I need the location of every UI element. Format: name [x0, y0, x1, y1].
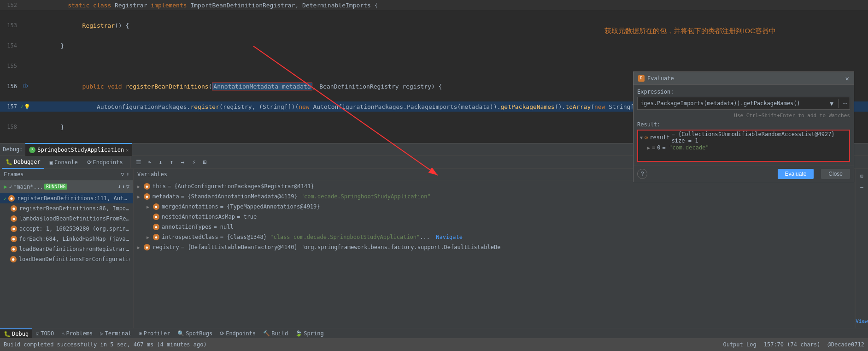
evaluate-body: Expression: iges.PackageImports(metadata…: [633, 85, 854, 166]
frame-item-0[interactable]: ✓ ● registerBeanDefinitions:111, AutoCon…: [0, 193, 133, 203]
frame-icon-2: ●: [11, 215, 17, 222]
var-icon-nested: ●: [153, 214, 159, 220]
code-line-154[interactable]: 154 }: [0, 41, 868, 51]
debug-label: Debug:: [3, 146, 23, 153]
profiler-tool-tab[interactable]: ⊙ Profiler: [135, 328, 174, 338]
output-log-link[interactable]: Output Log: [723, 341, 756, 348]
copy-frames-btn[interactable]: ⬇: [126, 171, 129, 178]
frames-toolbar: ▽ ⬇: [121, 171, 129, 178]
profiler-icon: ⊙: [139, 330, 142, 337]
var-registry[interactable]: ▶ ● registry = {DefaultListableBeanFacto…: [134, 242, 855, 252]
running-frame[interactable]: ▶ ✓ *main*... RUNNING ⬇ ⬆ ▽: [0, 180, 133, 193]
expression-dropdown-btn[interactable]: ▼: [827, 100, 836, 107]
result-area: ▼ ∞ result = {Collections$UnmodifiableRa…: [637, 130, 850, 162]
console-icon: ▣: [50, 159, 53, 166]
var-icon-annotation-types: ●: [153, 224, 159, 230]
step-out-btn[interactable]: ↑: [167, 157, 177, 167]
spotbugs-tool-tab[interactable]: 🔍 SpotBugs: [174, 328, 216, 338]
step-over-btn[interactable]: ↷: [145, 157, 155, 167]
expression-options-btn[interactable]: ⋯: [840, 100, 850, 107]
view-link[interactable]: View: [857, 316, 867, 326]
collapse-btn[interactable]: —: [857, 182, 867, 192]
frame-item-5[interactable]: ● loadBeanDefinitionsFromRegistrars:395,…: [0, 244, 133, 254]
frames-header: Frames ▽ ⬇: [0, 169, 133, 180]
frame-item-2[interactable]: ● lambda$loadBeanDefinitionsFromRegist..…: [0, 214, 133, 224]
terminal-tool-tab[interactable]: ▷ Terminal: [96, 328, 135, 338]
var-icon-registry: ●: [144, 244, 150, 250]
step-down-btn[interactable]: ⬇: [117, 184, 121, 190]
endpoints-icon: ⟳: [87, 159, 92, 166]
expression-input[interactable]: iges.PackageImports(metadata)).getPackag…: [637, 97, 850, 110]
run-to-cursor-btn[interactable]: →: [178, 157, 188, 167]
console-tab[interactable]: ▣ Console: [46, 156, 82, 169]
close-dialog-btn[interactable]: Close: [821, 169, 850, 179]
frame-item-1[interactable]: ● registerBeanDefinitions:86, ImportBea.…: [0, 203, 133, 214]
code-line-152[interactable]: 152 static class Registrar implements Im…: [0, 0, 868, 10]
variables-list: ▶ ● this = {AutoConfigurationPackages$Re…: [134, 180, 855, 328]
expression-label: Expression:: [637, 89, 850, 95]
terminal-icon: ▷: [100, 330, 103, 337]
frame-icon-5: ●: [11, 246, 17, 252]
frame-controls: ⬇ ⬆ ▽: [117, 184, 129, 190]
spring-tool-tab[interactable]: 🍃 Spring: [292, 328, 327, 338]
problems-icon: ⚠: [61, 330, 65, 337]
evaluate-action-btn[interactable]: Evaluate: [778, 169, 814, 179]
left-tool-tabs: 🐛 Debug ☑ TODO ⚠ Problems ▷ Terminal ⊙ P…: [0, 328, 328, 338]
frames-panel: Frames ▽ ⬇ ▶ ✓ *main*... RUNNING ⬇ ⬆ ▽ ✓: [0, 169, 134, 328]
result-item-1[interactable]: ▶ ≡ 0 = "com.decade": [640, 143, 847, 153]
result-item-0[interactable]: ▼ ∞ result = {Collections$UnmodifiableRa…: [640, 132, 847, 143]
var-nestedAnnotations[interactable]: ▶ ● nestedAnnotationsAsMap = true: [134, 212, 855, 222]
problems-tool-tab[interactable]: ⚠ Problems: [58, 328, 96, 338]
chinese-annotation: 获取元数据所在的包，并将包下的类都注册到IOC容器中: [604, 27, 776, 36]
evaluate-icon: P: [638, 75, 645, 82]
frame-item-6[interactable]: ● loadBeanDefinitionsForConfigurationCla…: [0, 254, 133, 264]
var-mergedAnnotations[interactable]: ▶ ● mergedAnnotations = {TypeMappedAnnot…: [134, 202, 855, 212]
layout-btn[interactable]: ☰: [134, 157, 144, 167]
endpoints-tool-tab[interactable]: ⟳ Endpoints: [216, 328, 259, 338]
spotbugs-icon: 🔍: [177, 330, 184, 337]
frames-list: ✓ ● registerBeanDefinitions:111, AutoCon…: [0, 193, 133, 328]
evaluate-hint: Use Ctrl+Shift+Enter to add to Watches: [637, 113, 850, 119]
step-into-btn[interactable]: ↓: [156, 157, 166, 167]
debug-content: Frames ▽ ⬇ ▶ ✓ *main*... RUNNING ⬇ ⬆ ▽ ✓: [0, 169, 868, 328]
endpoints-tab[interactable]: ⟳ Endpoints: [83, 156, 127, 169]
git-branch: @Decade0712: [828, 341, 864, 348]
endpoints-tool-icon: ⟳: [220, 330, 224, 337]
frames-btn[interactable]: ⊞: [200, 157, 210, 167]
debug-sub-tabs: 🐛 Debugger ▣ Console ⟳ Endpoints: [2, 156, 131, 169]
debug-tool-tab[interactable]: 🐛 Debug: [0, 328, 32, 338]
build-tool-tab[interactable]: 🔨 Build: [259, 328, 292, 338]
debugger-icon: 🐛: [6, 159, 12, 165]
help-btn[interactable]: ?: [637, 169, 647, 179]
evaluate-title-bar[interactable]: P Evaluate ✕: [633, 72, 854, 85]
step-up-btn[interactable]: ⬆: [122, 184, 125, 190]
close-session-icon[interactable]: ✕: [126, 148, 129, 153]
frame-item-4[interactable]: ● forEach:684, LinkedHashMap (java.util)…: [0, 234, 133, 244]
var-annotationTypes[interactable]: ▶ ● annotationTypes = null: [134, 222, 855, 232]
debug-session-tab[interactable]: S SpringbootStudyApplication ✕: [25, 143, 132, 156]
run-icon: ▶: [4, 183, 7, 190]
frame-item-3[interactable]: ● accept:-1, 1602530280 (org.springfram.…: [0, 224, 133, 234]
bottom-status-bar: Build completed successfully in 5 sec, 4…: [0, 338, 868, 351]
frame-icon-0: ●: [8, 195, 15, 202]
result-infinity-icon: ∞: [645, 134, 648, 141]
frame-icon-6: ●: [10, 256, 17, 262]
evaluate-btn-toolbar[interactable]: ⚡: [189, 157, 199, 167]
var-introspectedClass[interactable]: ▶ ● introspectedClass = {Class@1348} "cl…: [134, 232, 855, 242]
frame-icon-1: ●: [11, 205, 17, 212]
filter-frames-btn[interactable]: ▽: [121, 171, 124, 178]
tool-tabs-bar: 🐛 Debug ☑ TODO ⚠ Problems ▷ Terminal ⊙ P…: [0, 328, 868, 338]
code-line-155[interactable]: 155: [0, 61, 868, 71]
evaluate-close-btn[interactable]: ✕: [845, 75, 849, 82]
todo-icon: ☑: [36, 330, 39, 337]
debugger-tab[interactable]: 🐛 Debugger: [2, 156, 44, 169]
todo-tool-tab[interactable]: ☑ TODO: [32, 328, 58, 338]
filter-btn[interactable]: ▽: [126, 184, 129, 190]
status-right-info: Output Log 157:70 (74 chars) @Decade0712: [723, 341, 864, 348]
evaluate-footer: ? Evaluate Close: [633, 166, 854, 182]
var-this[interactable]: ▶ ● this = {AutoConfigurationPackages$Re…: [134, 181, 855, 191]
result-list-icon: ≡: [652, 144, 655, 151]
expand-all-btn[interactable]: ⊞: [857, 171, 867, 181]
var-metadata[interactable]: ▶ ● metadata = {StandardAnnotationMetada…: [134, 191, 855, 202]
variables-panel: Variables ▶ ● this = {AutoConfigurationP…: [134, 169, 855, 328]
